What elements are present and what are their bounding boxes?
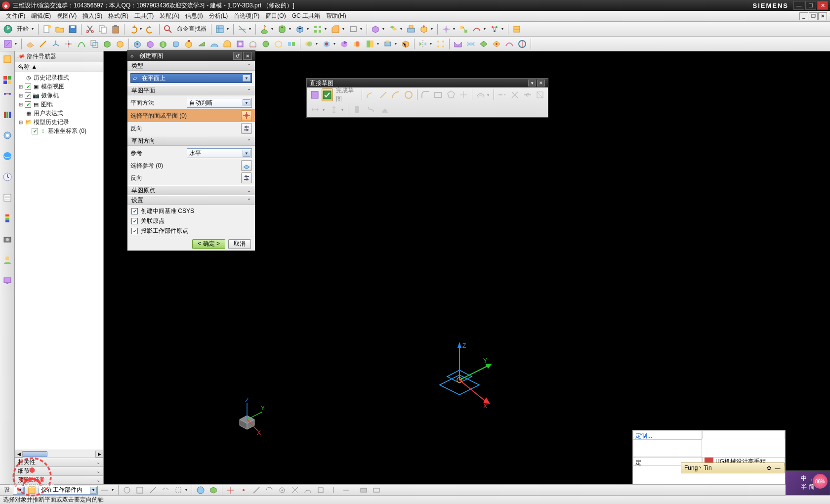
lt-camera-icon[interactable] — [1, 233, 13, 245]
feat-g-icon[interactable] — [208, 38, 220, 50]
tree-item-datum-csys[interactable]: ✔⟟基准坐标系 (0) — [15, 126, 103, 135]
hole-icon[interactable] — [276, 23, 288, 35]
lt-clock-icon[interactable] — [1, 171, 13, 183]
music-min-icon[interactable]: — — [774, 464, 781, 471]
tool-g-icon[interactable] — [471, 23, 483, 35]
cut-icon[interactable] — [84, 23, 96, 35]
asm-d-icon[interactable] — [418, 23, 430, 35]
feat-e-icon[interactable] — [183, 38, 195, 50]
array-icon[interactable] — [435, 38, 447, 50]
tool-i-icon[interactable] — [511, 23, 523, 35]
chk-intermediate-csys[interactable]: ✔创建中间基准 CSYS — [130, 206, 252, 216]
rb-customize-link[interactable]: 定制... — [633, 430, 702, 439]
menu-edit[interactable]: 编辑(E) — [28, 11, 54, 21]
datum-csys-gizmo[interactable]: Z Y X — [420, 338, 499, 417]
bt-icon-l[interactable] — [250, 484, 262, 496]
bt-icon-o[interactable] — [289, 484, 301, 496]
float-close-button[interactable]: ✕ — [537, 80, 545, 86]
bottom-filter-select[interactable]: 仅在工作部件内▼ — [39, 486, 98, 495]
rectangle-icon[interactable] — [432, 88, 444, 101]
sketch-icon[interactable] — [2, 38, 14, 50]
surf-e-icon[interactable] — [503, 38, 515, 50]
surf-d-icon[interactable] — [491, 38, 502, 50]
bt-icon-u[interactable] — [371, 484, 382, 496]
undo-icon[interactable] — [127, 23, 139, 35]
collapse-details[interactable]: 细节⌄ — [15, 466, 103, 475]
float-options-button[interactable]: ▾ — [528, 80, 536, 86]
start-button[interactable] — [2, 23, 14, 35]
profile-icon[interactable] — [365, 88, 376, 101]
bt-icon-t[interactable] — [358, 484, 370, 496]
dialog-reset-button[interactable]: ↺ — [233, 52, 242, 60]
section-type[interactable]: 类型⌃ — [127, 61, 255, 71]
tool-e-icon[interactable] — [440, 23, 452, 35]
shell-b-icon[interactable] — [114, 38, 126, 50]
trim-a-icon[interactable] — [497, 88, 508, 101]
lt-library-icon[interactable] — [1, 109, 13, 121]
sketch-in-task-icon[interactable] — [309, 88, 321, 101]
surf-b-icon[interactable] — [465, 38, 477, 50]
bt-icon-d[interactable] — [134, 484, 146, 496]
section-sketch-plane[interactable]: 草图平面⌃ — [127, 85, 255, 95]
section-settings[interactable]: 设置⌃ — [127, 195, 255, 205]
lt-ie-icon[interactable] — [1, 150, 13, 162]
minimize-button[interactable]: — — [793, 1, 804, 10]
lt-nav-icon[interactable] — [1, 53, 13, 65]
feat-m-icon[interactable] — [286, 38, 297, 50]
section-orientation[interactable]: 草图方向⌃ — [127, 136, 255, 146]
bool-e-icon[interactable] — [364, 38, 376, 50]
line-icon[interactable] — [377, 88, 389, 101]
datum-axis-icon[interactable] — [37, 38, 49, 50]
menu-help[interactable]: 帮助(H) — [323, 11, 349, 21]
select-face-row[interactable]: 选择平的面或平面 (0) — [127, 109, 255, 122]
tree-item-history-mode[interactable]: ◷历史记录模式 — [15, 73, 103, 82]
bool-a-icon[interactable] — [303, 38, 315, 50]
menu-view[interactable]: 视图(V) — [54, 11, 80, 21]
trim-b-icon[interactable] — [509, 88, 521, 101]
feat-k-icon[interactable] — [260, 38, 272, 50]
feat-c-icon[interactable] — [157, 38, 169, 50]
bt-icon-i[interactable] — [208, 484, 219, 496]
extrude-icon[interactable] — [258, 23, 270, 35]
constraint-a-icon[interactable] — [351, 103, 364, 116]
bool-f-icon[interactable] — [382, 38, 394, 50]
offset-icon[interactable] — [88, 38, 100, 50]
section-origin[interactable]: 草图原点⌄ — [127, 185, 255, 195]
bt-icon-r[interactable] — [328, 484, 339, 496]
reference-select[interactable]: 水平▼ — [187, 148, 252, 158]
shell-a-icon[interactable] — [101, 38, 113, 50]
type-select[interactable]: ▱ 在平面上 ▼ — [130, 73, 252, 83]
bt-icon-j[interactable] — [225, 484, 237, 496]
bt-icon-k[interactable] — [238, 484, 249, 496]
music-widget[interactable]: Fung丶Tin ✿ — — [681, 462, 785, 473]
tool-a-icon[interactable] — [236, 23, 248, 35]
bt-icon-g[interactable] — [172, 484, 184, 496]
lt-user-icon[interactable] — [1, 254, 13, 266]
tree-item-expressions[interactable]: ▦用户表达式 — [15, 109, 103, 118]
mdi-minimize[interactable]: _ — [799, 12, 808, 20]
dim-a-icon[interactable] — [309, 103, 322, 116]
lt-colorbar-icon[interactable] — [1, 212, 13, 224]
fillet-icon[interactable] — [420, 88, 432, 101]
feat-d-icon[interactable] — [170, 38, 182, 50]
bt-icon-e[interactable] — [147, 484, 159, 496]
chk-project-origin[interactable]: ✔投影工作部件原点 — [130, 226, 252, 236]
collapse-preview[interactable]: 预览⌄ — [15, 475, 103, 484]
select-ref-button[interactable] — [241, 160, 252, 171]
new-icon[interactable] — [41, 23, 53, 35]
bt-icon-h[interactable] — [195, 484, 207, 496]
bt-icon-a[interactable] — [26, 484, 38, 496]
collapse-dependency[interactable]: 相关性⌄ — [15, 458, 103, 466]
trim-c-icon[interactable] — [522, 88, 534, 101]
bt-icon-f[interactable] — [160, 484, 171, 496]
polygon-icon[interactable] — [445, 88, 457, 101]
dim-b-icon[interactable] — [328, 103, 340, 116]
surf-a-icon[interactable] — [452, 38, 464, 50]
open-icon[interactable] — [54, 23, 66, 35]
redo-icon[interactable] — [145, 23, 157, 35]
nav-horizontal-scrollbar[interactable]: ◀▶ — [15, 450, 103, 458]
menu-window[interactable]: 窗口(O) — [262, 11, 289, 21]
lt-display-icon[interactable] — [1, 275, 13, 287]
constraint-c-icon[interactable] — [378, 103, 391, 116]
bt-icon-m[interactable] — [263, 484, 275, 496]
